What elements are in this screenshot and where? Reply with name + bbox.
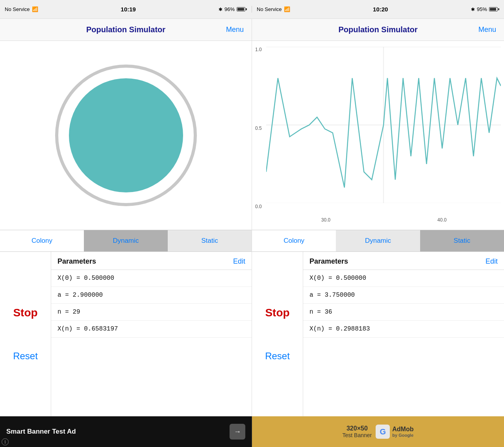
param-xn-right: X(n) = 0.2988183 xyxy=(303,321,504,338)
ad-text-left: Smart Banner Test Ad xyxy=(6,428,76,436)
status-bar: No Service 📶 10:19 ✱ 96% No Service 📶 10… xyxy=(0,0,504,19)
reset-button-left[interactable]: Reset xyxy=(13,351,38,362)
tab-colony-right[interactable]: Colony xyxy=(252,230,336,251)
params-col-left: Parameters Edit X(0) = 0.500000 a = 2.90… xyxy=(51,252,252,416)
admob-by: by Google xyxy=(392,433,413,438)
nav-bar-right: Population Simulator Menu xyxy=(252,19,504,41)
nav-title-left: Population Simulator xyxy=(86,25,165,34)
circle-inner xyxy=(69,78,183,192)
chart-svg xyxy=(266,47,501,203)
status-bar-right: No Service 📶 10:20 ✱ 95% xyxy=(252,6,504,13)
param-xn-left: X(n) = 0.6583197 xyxy=(51,321,252,338)
status-left-group: No Service 📶 xyxy=(5,6,38,12)
tab-bar-left: Colony Dynamic Static xyxy=(0,230,252,252)
ad-arrow-button[interactable]: → xyxy=(230,424,245,440)
x-axis-labels: 30.0 40.0 xyxy=(268,217,500,223)
params-col-right: Parameters Edit X(0) = 0.500000 a = 3.75… xyxy=(303,252,504,416)
time-right: 10:20 xyxy=(373,6,388,13)
status-bar-left: No Service 📶 10:19 ✱ 96% xyxy=(0,6,252,13)
tab-bar-right: Colony Dynamic Static xyxy=(252,230,504,252)
battery-icon-right xyxy=(489,7,499,11)
wifi-icon-left: 📶 xyxy=(32,6,38,12)
no-service-left: No Service xyxy=(5,6,30,12)
wifi-icon-right: 📶 xyxy=(284,6,290,12)
action-col-left: Stop Reset xyxy=(0,252,51,416)
panel-right: 1.0 0.5 0.0 30.0 40.0 Col xyxy=(252,41,504,416)
ad-size-text: 320×50 xyxy=(346,425,368,432)
nav-bars: Population Simulator Menu Population Sim… xyxy=(0,19,504,41)
panel-left: Colony Dynamic Static Stop Reset Paramet… xyxy=(0,41,252,416)
stop-button-right[interactable]: Stop xyxy=(265,307,289,319)
battery-icon-left xyxy=(237,7,247,11)
bluetooth-icon-right: ✱ xyxy=(471,7,475,12)
admob-text: AdMob by Google xyxy=(392,426,413,438)
ad-bar: ℹ Smart Banner Test Ad → ℹ 320×50 Test B… xyxy=(0,416,504,447)
y-label-2: 0.5 xyxy=(255,126,262,131)
params-title-left: Parameters xyxy=(57,257,96,266)
ad-banner-text: 320×50 Test Banner xyxy=(343,425,372,438)
tab-static-left[interactable]: Static xyxy=(168,230,252,251)
admob-name: AdMob xyxy=(392,426,413,433)
y-label-1: 1.0 xyxy=(255,47,262,52)
ad-banner-label: Test Banner xyxy=(343,432,372,438)
param-n-right: n = 36 xyxy=(303,304,504,321)
nav-title-right: Population Simulator xyxy=(338,25,417,34)
ad-right: ℹ 320×50 Test Banner G AdMob by Google xyxy=(252,416,504,447)
x-label-40: 40.0 xyxy=(437,217,447,223)
nav-menu-left[interactable]: Menu xyxy=(226,26,244,34)
status-right-group-right: ✱ 95% xyxy=(471,6,499,12)
params-title-right: Parameters xyxy=(309,257,348,266)
time-left: 10:19 xyxy=(121,6,136,13)
action-col-right: Stop Reset xyxy=(252,252,303,416)
admob-icon: G xyxy=(376,425,390,439)
tab-dynamic-right[interactable]: Dynamic xyxy=(336,230,420,251)
info-icon-right[interactable]: ℹ xyxy=(2,438,9,445)
circle-outer xyxy=(55,65,197,206)
status-right-group-left: ✱ 96% xyxy=(219,6,247,12)
tab-static-right[interactable]: Static xyxy=(420,230,504,251)
x-label-30: 30.0 xyxy=(321,217,330,223)
circle-container xyxy=(0,41,252,230)
params-edit-left[interactable]: Edit xyxy=(233,257,245,266)
params-header-left: Parameters Edit xyxy=(51,252,252,270)
param-area-right: Stop Reset Parameters Edit X(0) = 0.5000… xyxy=(252,252,504,416)
param-area-left: Stop Reset Parameters Edit X(0) = 0.5000… xyxy=(0,252,252,416)
admob-logo: G AdMob by Google xyxy=(376,425,413,439)
params-header-right: Parameters Edit xyxy=(303,252,504,270)
nav-menu-right[interactable]: Menu xyxy=(478,26,496,34)
no-service-right: No Service xyxy=(257,6,282,12)
reset-button-right[interactable]: Reset xyxy=(265,351,290,362)
status-left-group-right: No Service 📶 xyxy=(257,6,290,12)
tab-colony-left[interactable]: Colony xyxy=(0,230,84,251)
param-n-left: n = 29 xyxy=(51,304,252,321)
viz-area-right: 1.0 0.5 0.0 30.0 40.0 xyxy=(252,41,504,230)
y-axis-labels: 1.0 0.5 0.0 xyxy=(255,47,262,209)
params-edit-right[interactable]: Edit xyxy=(485,257,498,266)
battery-percent-left: 96% xyxy=(224,6,235,12)
y-label-3: 0.0 xyxy=(255,204,262,209)
ad-left: ℹ Smart Banner Test Ad → xyxy=(0,416,252,447)
param-x0-right: X(0) = 0.500000 xyxy=(303,270,504,287)
battery-percent-right: 95% xyxy=(477,6,487,12)
nav-bar-left: Population Simulator Menu xyxy=(0,19,252,41)
param-a-left: a = 2.900000 xyxy=(51,287,252,304)
main-content: Colony Dynamic Static Stop Reset Paramet… xyxy=(0,41,504,416)
tab-dynamic-left[interactable]: Dynamic xyxy=(84,230,168,251)
param-x0-left: X(0) = 0.500000 xyxy=(51,270,252,287)
bluetooth-icon-left: ✱ xyxy=(219,7,222,12)
stop-button-left[interactable]: Stop xyxy=(13,307,37,319)
param-a-right: a = 3.750000 xyxy=(303,287,504,304)
viz-area-left xyxy=(0,41,252,230)
